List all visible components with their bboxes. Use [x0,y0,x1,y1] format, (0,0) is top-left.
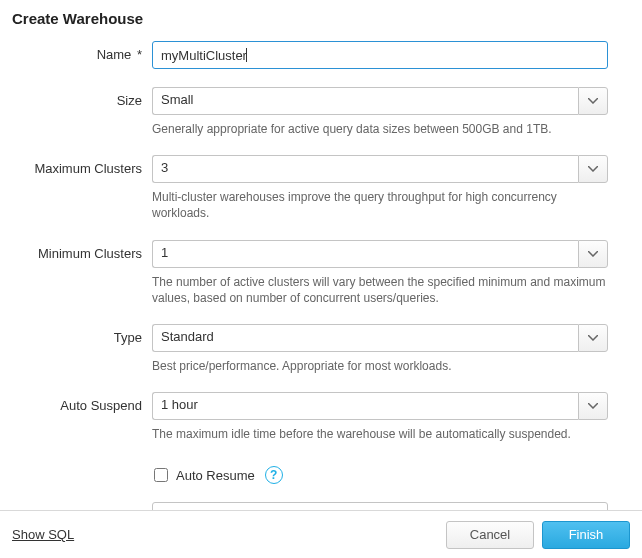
footer: Show SQL Cancel Finish [0,510,642,558]
auto-suspend-help: The maximum idle time before the warehou… [152,420,612,456]
size-select-toggle[interactable] [578,87,608,115]
label-size: Size [12,87,152,108]
row-max-clusters: Maximum Clusters 3 Multi-cluster warehou… [12,155,630,235]
auto-resume-checkbox[interactable] [154,468,168,482]
max-clusters-select-toggle[interactable] [578,155,608,183]
finish-button[interactable]: Finish [542,521,630,549]
row-name: Name * myMultiCluster [12,41,630,69]
name-input-value: myMultiCluster [161,48,247,63]
type-select-value: Standard [152,324,578,352]
auto-suspend-select[interactable]: 1 hour [152,392,608,420]
min-clusters-select-value: 1 [152,240,578,268]
label-auto-suspend: Auto Suspend [12,392,152,413]
min-clusters-select-toggle[interactable] [578,240,608,268]
row-auto-suspend: Auto Suspend 1 hour The maximum idle tim… [12,392,630,456]
page-title: Create Warehouse [0,0,642,37]
label-max-clusters: Maximum Clusters [12,155,152,176]
chevron-down-icon [588,335,598,341]
help-icon[interactable]: ? [265,466,283,484]
size-select-value: Small [152,87,578,115]
min-clusters-help: The number of active clusters will vary … [152,268,612,320]
size-help: Generally appropriate for active query d… [152,115,612,151]
text-cursor [246,48,247,62]
type-select-toggle[interactable] [578,324,608,352]
name-input[interactable]: myMultiCluster [152,41,608,69]
size-select[interactable]: Small [152,87,608,115]
row-auto-resume: Auto Resume ? [12,460,630,498]
chevron-down-icon [588,403,598,409]
label-name-text: Name [97,47,132,62]
label-empty-auto-resume [12,460,152,466]
auto-resume-label: Auto Resume [176,468,255,483]
min-clusters-select[interactable]: 1 [152,240,608,268]
show-sql-link[interactable]: Show SQL [12,527,74,542]
label-name: Name * [12,41,152,62]
label-type: Type [12,324,152,345]
form: Name * myMultiCluster Size Small General… [0,37,642,530]
type-select[interactable]: Standard [152,324,608,352]
max-clusters-select-value: 3 [152,155,578,183]
max-clusters-select[interactable]: 3 [152,155,608,183]
label-min-clusters: Minimum Clusters [12,240,152,261]
row-min-clusters: Minimum Clusters 1 The number of active … [12,240,630,320]
row-size: Size Small Generally appropriate for act… [12,87,630,151]
cancel-button[interactable]: Cancel [446,521,534,549]
required-mark: * [137,47,142,62]
type-help: Best price/performance. Appropriate for … [152,352,612,388]
auto-suspend-select-value: 1 hour [152,392,578,420]
auto-suspend-select-toggle[interactable] [578,392,608,420]
chevron-down-icon [588,166,598,172]
row-type: Type Standard Best price/performance. Ap… [12,324,630,388]
chevron-down-icon [588,98,598,104]
max-clusters-help: Multi-cluster warehouses improve the que… [152,183,612,235]
chevron-down-icon [588,251,598,257]
